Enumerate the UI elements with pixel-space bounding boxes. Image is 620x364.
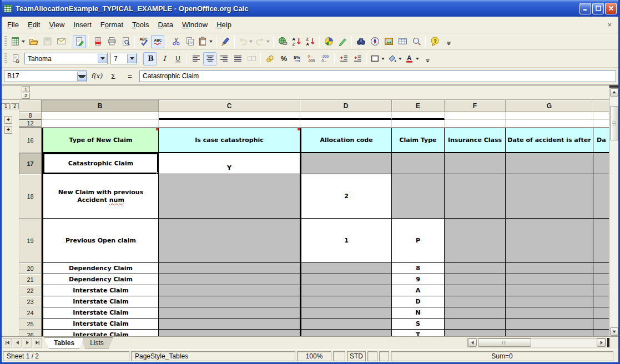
sort-ascending-button[interactable]: AZ bbox=[290, 35, 303, 48]
horizontal-scroll-thumb[interactable] bbox=[478, 338, 531, 347]
column-header-D[interactable]: D bbox=[300, 100, 392, 112]
scroll-left-icon[interactable] bbox=[468, 338, 477, 347]
cell-G8[interactable] bbox=[506, 112, 593, 120]
cell-C16[interactable]: Is case catastrophic bbox=[159, 128, 300, 153]
row-group-expand-button[interactable]: + bbox=[4, 116, 12, 124]
horizontal-split-box[interactable] bbox=[607, 338, 609, 347]
italic-button[interactable]: I bbox=[157, 52, 170, 65]
row-header-18[interactable]: 18 bbox=[19, 174, 42, 219]
new-document-button[interactable] bbox=[9, 35, 26, 48]
drawing-functions-button[interactable] bbox=[336, 35, 349, 48]
cell-C8[interactable] bbox=[159, 112, 300, 120]
vertical-scrollbar[interactable] bbox=[609, 85, 618, 336]
export-pdf-button[interactable] bbox=[91, 35, 104, 48]
merge-cells-button[interactable] bbox=[245, 52, 258, 65]
next-sheet-button[interactable] bbox=[23, 338, 32, 347]
previous-sheet-button[interactable] bbox=[13, 338, 22, 347]
data-sources-button[interactable] bbox=[396, 35, 409, 48]
cell-F8[interactable] bbox=[445, 112, 506, 120]
decrease-indent-button[interactable] bbox=[337, 52, 350, 65]
dropdown-arrow-icon[interactable] bbox=[266, 41, 270, 43]
cell-E25[interactable]: S bbox=[392, 318, 445, 330]
cell-D20[interactable] bbox=[300, 263, 392, 274]
cell-E17[interactable] bbox=[392, 153, 445, 174]
cell-D18[interactable]: 2 bbox=[300, 174, 392, 219]
cell-B16[interactable]: Type of New Claim bbox=[42, 128, 159, 153]
menu-view[interactable]: View bbox=[44, 18, 69, 31]
cell-B26[interactable]: Interstate Claim bbox=[42, 330, 159, 336]
function-button[interactable]: = bbox=[123, 70, 137, 82]
row-group-expand-button[interactable]: + bbox=[4, 126, 12, 134]
cell-G16[interactable]: Date of accident is after bbox=[506, 128, 593, 153]
cell-D16[interactable]: Allocation code bbox=[300, 128, 392, 153]
column-group-level-button[interactable]: 1 bbox=[22, 86, 30, 92]
cell-C23[interactable] bbox=[159, 296, 300, 307]
cell-D22[interactable] bbox=[300, 285, 392, 296]
row-header-26[interactable]: 26 bbox=[19, 330, 42, 336]
cell-F17[interactable] bbox=[445, 153, 506, 174]
status-selection-mode[interactable] bbox=[367, 351, 377, 361]
cell-B12[interactable] bbox=[42, 120, 159, 128]
styles-window-button[interactable] bbox=[9, 52, 23, 65]
cell-C21[interactable] bbox=[159, 274, 300, 285]
status-zoom-level[interactable]: 100% bbox=[297, 351, 331, 361]
cell-E22[interactable]: A bbox=[392, 285, 445, 296]
number-percent-button[interactable]: % bbox=[277, 52, 290, 65]
undo-button[interactable] bbox=[237, 35, 254, 48]
navigator-button[interactable] bbox=[368, 35, 381, 48]
cell-C17[interactable]: Y bbox=[159, 153, 300, 174]
row-header-16[interactable]: 16 bbox=[19, 128, 42, 153]
row-header-22[interactable]: 22 bbox=[19, 285, 42, 296]
status-sheet-position[interactable]: Sheet 1 / 2 bbox=[3, 351, 129, 361]
cell-F12[interactable] bbox=[445, 120, 506, 128]
formula-input[interactable]: Catastrophic Claim bbox=[139, 70, 616, 82]
cell-F18[interactable] bbox=[445, 174, 506, 219]
row-group-level-button[interactable]: 2 bbox=[11, 103, 19, 109]
cell-B19[interactable]: Previous Open claim bbox=[42, 219, 159, 263]
cell-B25[interactable]: Interstate Claim bbox=[42, 318, 159, 330]
last-sheet-button[interactable] bbox=[33, 338, 42, 347]
cell-F24[interactable] bbox=[445, 307, 506, 318]
cell-C12[interactable] bbox=[159, 120, 300, 128]
cell-G25[interactable] bbox=[506, 318, 593, 330]
dropdown-arrow-icon[interactable] bbox=[381, 58, 385, 60]
open-button[interactable] bbox=[27, 35, 40, 48]
cell-B24[interactable]: Interstate Claim bbox=[42, 307, 159, 318]
status-modified-flag[interactable] bbox=[333, 351, 345, 361]
cell-G17[interactable] bbox=[506, 153, 593, 174]
auto-spellcheck-button[interactable]: ABC bbox=[151, 35, 164, 48]
menu-insert[interactable]: Insert bbox=[69, 18, 96, 31]
toolbar-grip[interactable] bbox=[4, 36, 7, 47]
first-sheet-button[interactable] bbox=[3, 338, 12, 347]
zoom-button[interactable] bbox=[410, 35, 423, 48]
font-size-combo[interactable]: 7 bbox=[110, 53, 137, 64]
cell-E19[interactable]: P bbox=[392, 219, 445, 263]
status-sum[interactable]: Sum=0 bbox=[391, 351, 613, 361]
row-header-8[interactable]: 8 bbox=[19, 112, 42, 120]
cell-G21[interactable] bbox=[506, 274, 593, 285]
cell-F20[interactable] bbox=[445, 263, 506, 274]
maximize-button[interactable] bbox=[592, 3, 604, 14]
sheet-tab-tables[interactable]: Tables bbox=[44, 337, 84, 348]
menu-edit[interactable]: Edit bbox=[23, 18, 44, 31]
cell-B8[interactable] bbox=[42, 112, 159, 120]
cell-G19[interactable] bbox=[506, 219, 593, 263]
row-header-23[interactable]: 23 bbox=[19, 296, 42, 307]
cell-G12[interactable] bbox=[506, 120, 593, 128]
column-header-G[interactable]: G bbox=[506, 100, 593, 112]
find-replace-button[interactable] bbox=[354, 35, 367, 48]
column-header-B[interactable]: B bbox=[42, 100, 159, 112]
column-group-level-button[interactable]: 2 bbox=[22, 93, 30, 99]
menu-tools[interactable]: Tools bbox=[128, 18, 153, 31]
cell-E16[interactable]: Claim Type bbox=[392, 128, 445, 153]
cell-E24[interactable]: N bbox=[392, 307, 445, 318]
cell-F23[interactable] bbox=[445, 296, 506, 307]
menu-file[interactable]: File bbox=[3, 18, 23, 31]
sheet-tab-lists[interactable]: Lists bbox=[80, 337, 113, 348]
cell-F25[interactable] bbox=[445, 318, 506, 330]
cell-F21[interactable] bbox=[445, 274, 506, 285]
cell-D26[interactable] bbox=[300, 330, 392, 336]
row-header-12[interactable]: 12 bbox=[19, 120, 42, 128]
cell-G20[interactable] bbox=[506, 263, 593, 274]
cell-D25[interactable] bbox=[300, 318, 392, 330]
